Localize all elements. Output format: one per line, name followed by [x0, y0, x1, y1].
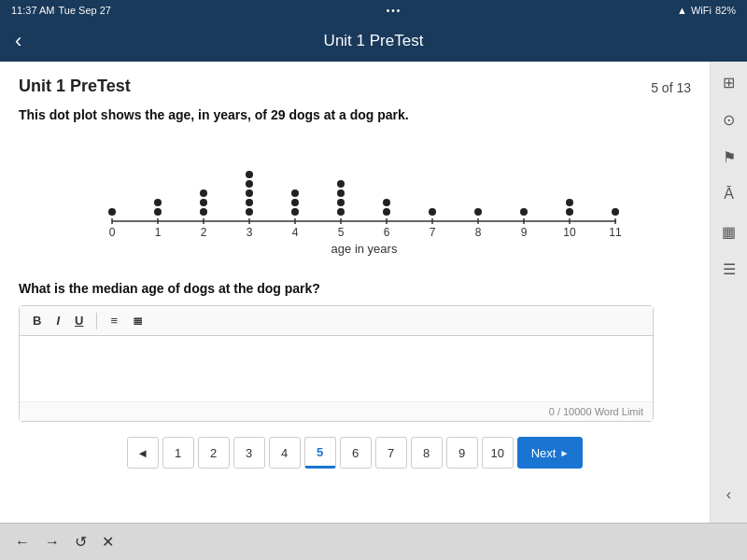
wifi-icon: ▲ — [677, 5, 687, 16]
svg-point-42 — [337, 180, 345, 188]
status-date: Tue Sep 27 — [58, 5, 110, 16]
status-dots: ••• — [387, 6, 402, 16]
status-time-date: 11:37 AM Tue Sep 27 — [11, 5, 111, 16]
italic-button[interactable]: I — [52, 312, 63, 329]
underline-button[interactable]: U — [71, 312, 87, 329]
main-container: Unit 1 PreTest 5 of 13 This dot plot sho… — [0, 62, 747, 523]
svg-point-31 — [246, 208, 253, 216]
svg-text:8: 8 — [475, 226, 482, 239]
header: ‹ Unit 1 PreTest — [0, 21, 747, 62]
question-text: This dot plot shows the age, in years, o… — [19, 107, 691, 122]
page-counter: 5 of 13 — [651, 80, 691, 95]
bullet-list-button[interactable]: ≡ — [106, 312, 121, 329]
underline-label: U — [75, 314, 83, 328]
svg-point-45 — [429, 208, 436, 216]
svg-text:age in years: age in years — [331, 242, 398, 256]
back-button[interactable]: ‹ — [15, 29, 21, 53]
svg-point-48 — [566, 208, 573, 216]
svg-text:6: 6 — [384, 226, 390, 239]
svg-point-35 — [246, 171, 253, 178]
svg-text:0: 0 — [109, 226, 116, 239]
status-bar: 11:37 AM Tue Sep 27 ••• ▲ WiFi 82% — [0, 0, 747, 21]
svg-text:9: 9 — [521, 226, 528, 239]
svg-text:3: 3 — [247, 226, 253, 239]
question-label: What is the median age of dogs at the do… — [19, 281, 691, 296]
browser-refresh-button[interactable]: ↺ — [75, 533, 87, 551]
svg-point-29 — [200, 199, 207, 206]
editor-toolbar: B I U ≡ ≣ — [20, 306, 653, 336]
svg-text:2: 2 — [201, 226, 207, 239]
svg-point-27 — [154, 199, 162, 206]
page-button-4[interactable]: 4 — [269, 437, 301, 469]
collapse-icon[interactable]: ‹ — [716, 482, 742, 508]
next-label: Next — [531, 446, 557, 460]
person-icon[interactable]: ⊙ — [716, 106, 742, 133]
calculator-icon[interactable]: ▦ — [716, 218, 742, 245]
dot-plot: 0 1 2 3 4 5 — [19, 137, 691, 262]
page-button-7[interactable]: 7 — [375, 437, 407, 469]
svg-point-49 — [566, 199, 573, 206]
page-button-3[interactable]: 3 — [233, 437, 265, 469]
status-time: 11:37 AM — [11, 5, 54, 16]
wifi-label: WiFi — [691, 5, 712, 16]
page-button-10[interactable]: 10 — [482, 437, 514, 469]
svg-point-44 — [383, 199, 390, 206]
pagination: ◄ 1 2 3 4 5 6 7 8 9 10 Next ► — [19, 437, 691, 469]
svg-point-34 — [246, 180, 253, 188]
browser-back-button[interactable]: ← — [15, 534, 30, 551]
page-button-1[interactable]: 1 — [162, 437, 194, 469]
svg-point-36 — [291, 208, 299, 216]
svg-point-33 — [246, 189, 253, 197]
page-button-2[interactable]: 2 — [198, 437, 230, 469]
page-title: Unit 1 PreTest — [19, 77, 131, 96]
svg-text:10: 10 — [563, 226, 576, 239]
svg-point-30 — [200, 189, 207, 197]
toolbar-divider — [96, 313, 97, 329]
table-icon[interactable]: ⊞ — [716, 69, 742, 95]
bottom-bar: ← → ↺ ✕ — [0, 523, 747, 560]
prev-button[interactable]: ◄ — [127, 437, 159, 469]
svg-text:7: 7 — [430, 226, 436, 239]
page-button-9[interactable]: 9 — [446, 437, 478, 469]
svg-text:11: 11 — [609, 226, 622, 239]
page-button-5[interactable]: 5 — [304, 437, 336, 469]
bold-button[interactable]: B — [29, 312, 45, 329]
answer-input[interactable] — [20, 336, 653, 401]
list-icon[interactable]: ☰ — [716, 256, 742, 282]
svg-text:1: 1 — [155, 226, 162, 239]
svg-point-39 — [337, 208, 345, 216]
svg-point-41 — [337, 189, 345, 197]
svg-point-37 — [291, 199, 299, 206]
status-indicators: ▲ WiFi 82% — [677, 5, 736, 16]
right-sidebar: ⊞ ⊙ ⚑ Ā ▦ ☰ ‹ — [710, 62, 747, 523]
numbered-list-button[interactable]: ≣ — [129, 312, 147, 329]
flag-icon[interactable]: ⚑ — [716, 144, 742, 170]
header-title: Unit 1 PreTest — [324, 32, 424, 50]
svg-point-38 — [291, 189, 299, 197]
browser-close-button[interactable]: ✕ — [102, 533, 114, 551]
text-editor: B I U ≡ ≣ 0 / 10000 Word Limit — [19, 305, 654, 422]
page-button-8[interactable]: 8 — [411, 437, 443, 469]
back-icon: ‹ — [15, 29, 21, 53]
svg-point-25 — [108, 208, 116, 216]
browser-forward-button[interactable]: → — [45, 534, 60, 551]
svg-text:4: 4 — [292, 226, 299, 239]
page-button-6[interactable]: 6 — [340, 437, 372, 469]
svg-point-47 — [520, 208, 528, 216]
battery-label: 82% — [715, 5, 736, 16]
text-format-icon[interactable]: Ā — [716, 181, 742, 207]
svg-point-46 — [474, 208, 482, 216]
svg-point-28 — [200, 208, 207, 216]
dot-plot-svg: 0 1 2 3 4 5 — [84, 137, 626, 259]
word-limit-counter: 0 / 10000 Word Limit — [20, 401, 653, 421]
svg-text:5: 5 — [338, 226, 345, 239]
next-arrow-icon: ► — [559, 448, 569, 458]
content-area: Unit 1 PreTest 5 of 13 This dot plot sho… — [0, 62, 710, 523]
next-button[interactable]: Next ► — [517, 437, 584, 469]
svg-point-26 — [154, 208, 162, 216]
svg-point-40 — [337, 199, 345, 206]
svg-point-43 — [383, 208, 390, 216]
page-header: Unit 1 PreTest 5 of 13 — [19, 77, 691, 96]
svg-point-32 — [246, 199, 253, 206]
dot-plot-svg-wrapper: 0 1 2 3 4 5 — [84, 137, 626, 262]
